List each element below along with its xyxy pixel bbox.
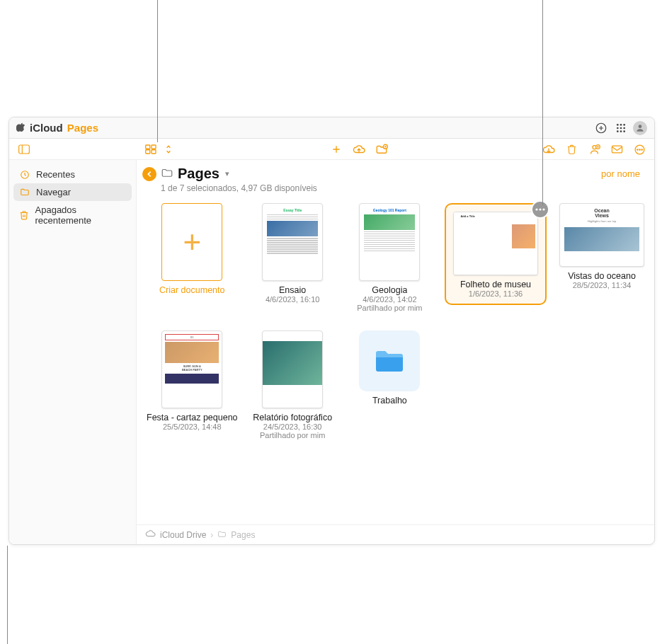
sidebar-item-browse[interactable]: Navegar [13,183,132,201]
location-title[interactable]: Pages [178,166,219,182]
toggle-sidebar-icon[interactable] [16,142,32,157]
svg-point-36 [535,208,537,210]
sidebar-item-recents[interactable]: Recentes [13,166,132,183]
create-document-tile[interactable]: + Criar documento [147,203,238,295]
document-tile-selected[interactable]: Add a Title Folheto de museu 1/6/2023, 1… [445,203,547,305]
breadcrumb: iCloud Drive › Pages [137,524,654,544]
document-title: Relatório fotográfico [253,413,332,422]
app-window: iCloud Pages Recentes [8,117,655,545]
delete-icon[interactable] [564,142,579,157]
svg-point-3 [617,124,619,126]
svg-point-8 [623,127,625,129]
share-people-icon[interactable] [586,142,602,157]
document-date: 25/5/2023, 14:48 [163,422,222,431]
document-thumb: OceanViewsHighlights from our trip [559,203,644,267]
trash-icon [19,210,30,220]
new-folder-icon[interactable] [374,142,389,157]
upload-cloud-icon[interactable] [351,142,367,157]
document-title: Geologia [372,285,407,295]
document-title: Folheto de museu [453,280,538,289]
sidebar-item-recently-deleted[interactable]: Apagados recentemente [13,201,132,229]
folder-title: Trabalho [372,396,407,406]
apple-logo-icon [16,122,25,134]
document-date: 1/6/2023, 11:36 [453,289,538,298]
document-shared-label: Partilhado por mim [260,431,325,439]
breadcrumb-current[interactable]: Pages [231,530,255,540]
svg-rect-31 [612,146,622,153]
main-panel: Pages ▾ por nome 1 de 7 selecionados, 4,… [137,160,654,544]
create-document-label: Criar documento [159,285,224,295]
document-shared-label: Partilhado por mim [357,304,422,312]
svg-point-37 [539,208,541,210]
download-cloud-icon[interactable] [541,142,557,157]
folder-large-icon [373,347,406,374]
documents-grid: + Criar documento Essay Title Ensaio 4/6… [137,200,654,447]
svg-point-38 [542,208,544,210]
svg-point-7 [620,127,622,129]
document-thumb: 01SURF, SUN &BEACH PARTY [161,330,222,408]
location-folder-icon [161,167,173,181]
document-title: Ensaio [279,285,306,295]
back-button[interactable] [142,167,156,181]
document-thumb: Add a Title [453,212,538,275]
document-date: 4/6/2023, 14:02 [363,295,416,304]
sidebar: Recentes Navegar Apagados recentemente [9,160,137,544]
callout-line-view-switcher [157,0,158,142]
folder-tile[interactable]: Trabalho [348,330,432,406]
svg-point-33 [637,149,637,149]
clock-icon [19,170,30,180]
document-tile[interactable]: Essay Title Ensaio 4/6/2023, 16:10 [251,203,335,304]
svg-point-6 [617,127,619,129]
sidebar-item-label: Navegar [36,187,71,197]
plus-icon: + [183,224,201,260]
svg-point-5 [623,124,625,126]
view-switcher-chevrons-icon[interactable] [161,142,176,157]
apps-grid-icon[interactable] [613,120,629,136]
svg-point-10 [620,130,622,132]
document-tile[interactable]: 01SURF, SUN &BEACH PARTY Festa - cartaz … [147,330,238,431]
folder-icon [19,188,30,197]
callout-line-sidebar [7,546,8,644]
sidebar-item-label: Apagados recentemente [35,205,126,226]
svg-rect-17 [152,145,156,149]
svg-point-34 [639,149,639,149]
document-thumb: Essay Title [262,203,323,281]
chevron-right-icon: › [210,530,213,540]
document-date: 28/5/2023, 11:34 [573,281,632,289]
document-tile[interactable]: Relatório fotográfico 24/5/2023, 16:30 P… [251,330,335,439]
svg-rect-13 [19,145,30,154]
folder-thumb [359,330,420,391]
more-circle-icon[interactable] [632,142,647,157]
svg-point-9 [617,130,619,132]
selection-status: 1 de 7 selecionados, 4,97 GB disponíveis [137,182,654,200]
new-doc-icon[interactable] [329,142,344,157]
document-tile[interactable]: Geology 101 Report Geologia 4/6/2023, 14… [348,203,432,312]
document-thumb: Geology 101 Report [359,203,420,281]
document-tile[interactable]: OceanViewsHighlights from our trip Vista… [559,203,644,289]
document-date: 4/6/2023, 16:10 [266,295,319,304]
brand-icloud: iCloud [30,122,63,134]
cloud-icon [145,529,156,540]
svg-rect-18 [146,150,150,154]
mail-icon[interactable] [609,142,624,157]
svg-point-12 [639,125,642,128]
document-title: Festa - cartaz pequeno [147,413,238,422]
titlebar: iCloud Pages [9,117,654,139]
brand-label: iCloud Pages [30,122,98,134]
sort-by-button[interactable]: por nome [601,168,644,179]
svg-rect-19 [152,150,156,154]
chevron-down-icon[interactable]: ▾ [225,169,229,178]
svg-point-4 [620,124,622,126]
document-title: Vistas do oceano [568,271,636,281]
breadcrumb-root[interactable]: iCloud Drive [160,530,206,540]
view-switcher-icon[interactable] [144,142,159,157]
svg-point-11 [623,130,625,132]
svg-point-35 [641,149,641,149]
callout-line-selected-doc [542,0,543,205]
folder-small-icon [217,530,227,540]
add-circle-icon[interactable] [593,120,609,136]
account-avatar[interactable] [633,121,647,135]
document-date: 24/5/2023, 16:30 [263,422,322,431]
path-row: Pages ▾ por nome [137,160,654,182]
more-actions-button[interactable] [532,202,548,217]
